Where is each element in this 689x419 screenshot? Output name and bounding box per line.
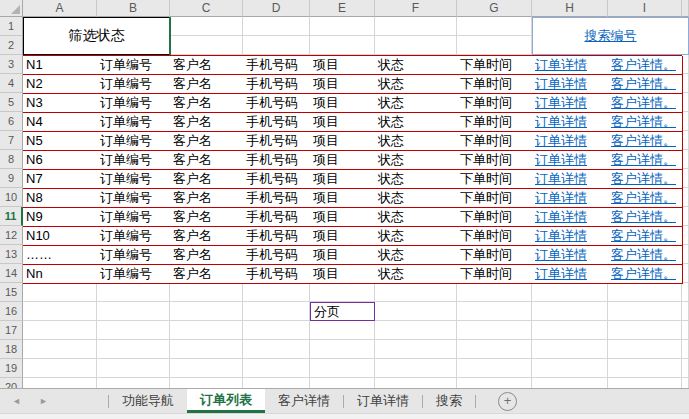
- order-detail-link[interactable]: 订单详情: [532, 132, 609, 151]
- cell[interactable]: [170, 321, 243, 340]
- cell[interactable]: [310, 283, 375, 302]
- customer-name-cell[interactable]: 客户名: [170, 151, 244, 170]
- order-detail-link[interactable]: 订单详情: [532, 246, 609, 265]
- cell[interactable]: [457, 283, 532, 302]
- cell[interactable]: [682, 55, 689, 74]
- cell[interactable]: [243, 17, 310, 36]
- filter-status-cell[interactable]: 筛选状态: [23, 17, 170, 55]
- status-cell[interactable]: 状态: [375, 151, 458, 170]
- cell[interactable]: [170, 378, 243, 388]
- row-header-16[interactable]: 16: [0, 302, 23, 321]
- order-time-cell[interactable]: 下单时间: [457, 246, 533, 265]
- cell[interactable]: [243, 321, 310, 340]
- cell[interactable]: [608, 321, 682, 340]
- cell[interactable]: [682, 302, 689, 321]
- row-header-11[interactable]: 11: [0, 207, 23, 226]
- cell[interactable]: [310, 17, 375, 36]
- cell[interactable]: [243, 359, 310, 378]
- cell[interactable]: [97, 321, 170, 340]
- row-id-cell[interactable]: N5: [23, 132, 98, 151]
- customer-name-cell[interactable]: 客户名: [170, 265, 244, 284]
- cell[interactable]: [682, 321, 689, 340]
- cell[interactable]: [375, 378, 457, 388]
- column-header-C[interactable]: C: [170, 0, 243, 17]
- cell[interactable]: [682, 378, 689, 388]
- order-time-cell[interactable]: 下单时间: [457, 227, 533, 246]
- cell[interactable]: [310, 359, 375, 378]
- customer-detail-link[interactable]: 客户详情。: [608, 246, 683, 265]
- cell[interactable]: [23, 340, 97, 359]
- order-no-cell[interactable]: 订单编号: [97, 265, 171, 284]
- order-no-cell[interactable]: 订单编号: [97, 227, 171, 246]
- order-time-cell[interactable]: 下单时间: [457, 151, 533, 170]
- cell[interactable]: [608, 340, 682, 359]
- cell[interactable]: [375, 36, 457, 55]
- order-detail-link[interactable]: 订单详情: [532, 208, 609, 227]
- cell[interactable]: [608, 283, 682, 302]
- phone-cell[interactable]: 手机号码: [243, 75, 311, 94]
- row-id-cell[interactable]: N1: [23, 56, 98, 75]
- tab-scroll-left-icon[interactable]: ◄: [12, 396, 21, 406]
- cell[interactable]: [457, 321, 532, 340]
- row-header-9[interactable]: 9: [0, 169, 23, 188]
- status-cell[interactable]: 状态: [375, 265, 458, 284]
- cell[interactable]: [170, 340, 243, 359]
- cell[interactable]: [457, 340, 532, 359]
- customer-name-cell[interactable]: 客户名: [170, 132, 244, 151]
- cell[interactable]: [532, 302, 608, 321]
- row-header-15[interactable]: 15: [0, 283, 23, 302]
- cell[interactable]: [97, 378, 170, 388]
- order-no-cell[interactable]: 订单编号: [97, 132, 171, 151]
- cell[interactable]: [375, 321, 457, 340]
- project-cell[interactable]: 项目: [310, 246, 376, 265]
- row-id-cell[interactable]: N9: [23, 208, 98, 227]
- cell[interactable]: [170, 302, 243, 321]
- order-no-cell[interactable]: 订单编号: [97, 170, 171, 189]
- cell[interactable]: [532, 283, 608, 302]
- project-cell[interactable]: 项目: [310, 94, 376, 113]
- order-detail-link[interactable]: 订单详情: [532, 113, 609, 132]
- cell[interactable]: [682, 131, 689, 150]
- customer-detail-link[interactable]: 客户详情。: [608, 227, 683, 246]
- order-time-cell[interactable]: 下单时间: [457, 132, 533, 151]
- order-time-cell[interactable]: 下单时间: [457, 113, 533, 132]
- sheet-tab-订单列表[interactable]: 订单列表: [187, 389, 265, 413]
- order-detail-link[interactable]: 订单详情: [532, 265, 609, 284]
- cell[interactable]: [375, 302, 457, 321]
- order-detail-link[interactable]: 订单详情: [532, 75, 609, 94]
- cell[interactable]: [457, 302, 532, 321]
- customer-name-cell[interactable]: 客户名: [170, 227, 244, 246]
- customer-detail-link[interactable]: 客户详情。: [608, 75, 683, 94]
- cell[interactable]: [457, 36, 532, 55]
- sheet-tab-客户详情[interactable]: 客户详情: [265, 389, 343, 413]
- column-header-H[interactable]: H: [532, 0, 608, 17]
- phone-cell[interactable]: 手机号码: [243, 56, 311, 75]
- order-detail-link[interactable]: 订单详情: [532, 56, 609, 75]
- order-detail-link[interactable]: 订单详情: [532, 151, 609, 170]
- phone-cell[interactable]: 手机号码: [243, 189, 311, 208]
- project-cell[interactable]: 项目: [310, 189, 376, 208]
- row-header-18[interactable]: 18: [0, 340, 23, 359]
- cell[interactable]: [170, 17, 243, 36]
- column-header-E[interactable]: E: [310, 0, 375, 17]
- cell[interactable]: [243, 340, 310, 359]
- cell[interactable]: [310, 36, 375, 55]
- cell[interactable]: [97, 283, 170, 302]
- order-no-cell[interactable]: 订单编号: [97, 189, 171, 208]
- row-header-1[interactable]: 1: [0, 17, 23, 36]
- project-cell[interactable]: 项目: [310, 56, 376, 75]
- cell[interactable]: [375, 17, 457, 36]
- cell[interactable]: [97, 302, 170, 321]
- cell[interactable]: [532, 321, 608, 340]
- order-time-cell[interactable]: 下单时间: [457, 170, 533, 189]
- cell[interactable]: [457, 17, 532, 36]
- project-cell[interactable]: 项目: [310, 75, 376, 94]
- cell[interactable]: [97, 340, 170, 359]
- cell[interactable]: [682, 245, 689, 264]
- order-no-cell[interactable]: 订单编号: [97, 56, 171, 75]
- order-no-cell[interactable]: 订单编号: [97, 151, 171, 170]
- cell[interactable]: [682, 93, 689, 112]
- customer-detail-link[interactable]: 客户详情。: [608, 208, 683, 227]
- project-cell[interactable]: 项目: [310, 151, 376, 170]
- customer-name-cell[interactable]: 客户名: [170, 208, 244, 227]
